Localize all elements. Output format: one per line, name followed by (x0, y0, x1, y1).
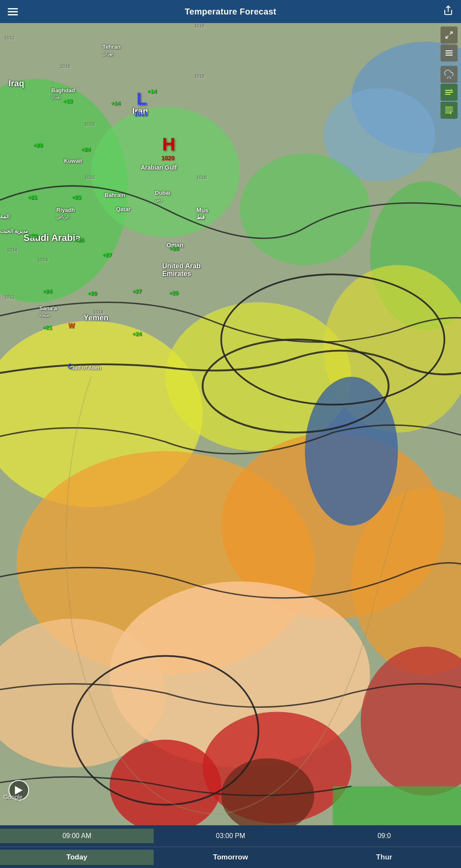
menu-button[interactable] (8, 8, 18, 15)
map-container[interactable]: Iraq Iran Saudi Arabia Yemen United Arab… (0, 23, 230, 434)
high-pressure-value: 1020 (161, 155, 175, 161)
page-title: Temperature Forecast (185, 7, 230, 17)
low-pressure-value: 1015 (134, 111, 148, 117)
app-header: Temperature Forecast (0, 0, 230, 23)
